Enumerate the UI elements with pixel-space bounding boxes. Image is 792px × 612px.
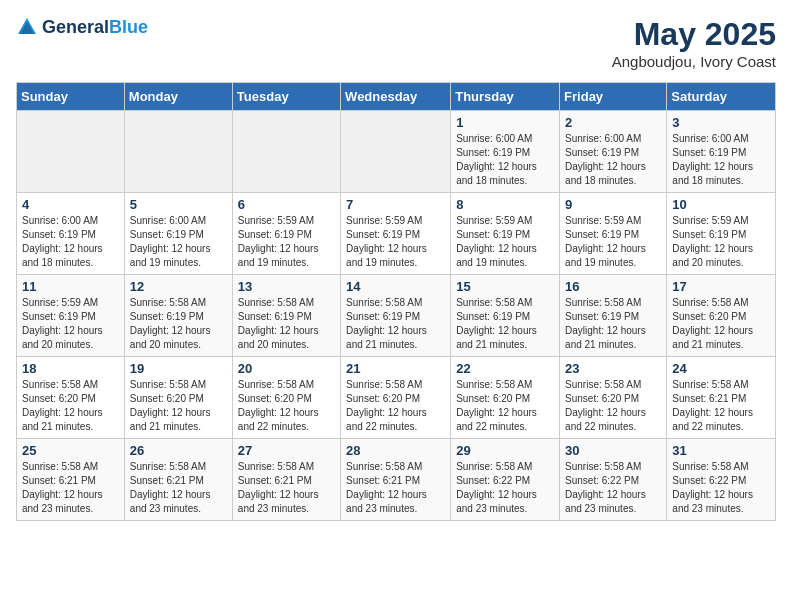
- day-number: 5: [130, 197, 227, 212]
- day-info: Sunrise: 5:58 AM Sunset: 6:21 PM Dayligh…: [672, 378, 770, 434]
- weekday-header-tuesday: Tuesday: [232, 83, 340, 111]
- day-info: Sunrise: 5:58 AM Sunset: 6:19 PM Dayligh…: [456, 296, 554, 352]
- table-row: [17, 111, 125, 193]
- weekday-header-saturday: Saturday: [667, 83, 776, 111]
- day-info: Sunrise: 5:59 AM Sunset: 6:19 PM Dayligh…: [346, 214, 445, 270]
- calendar-table: SundayMondayTuesdayWednesdayThursdayFrid…: [16, 82, 776, 521]
- day-number: 17: [672, 279, 770, 294]
- month-year-title: May 2025: [612, 16, 776, 53]
- day-info: Sunrise: 5:58 AM Sunset: 6:19 PM Dayligh…: [130, 296, 227, 352]
- table-row: 6Sunrise: 5:59 AM Sunset: 6:19 PM Daylig…: [232, 193, 340, 275]
- day-number: 14: [346, 279, 445, 294]
- day-info: Sunrise: 5:58 AM Sunset: 6:22 PM Dayligh…: [456, 460, 554, 516]
- day-number: 19: [130, 361, 227, 376]
- day-info: Sunrise: 6:00 AM Sunset: 6:19 PM Dayligh…: [130, 214, 227, 270]
- table-row: 11Sunrise: 5:59 AM Sunset: 6:19 PM Dayli…: [17, 275, 125, 357]
- day-number: 6: [238, 197, 335, 212]
- table-row: 27Sunrise: 5:58 AM Sunset: 6:21 PM Dayli…: [232, 439, 340, 521]
- day-number: 2: [565, 115, 661, 130]
- table-row: [232, 111, 340, 193]
- table-row: 2Sunrise: 6:00 AM Sunset: 6:19 PM Daylig…: [560, 111, 667, 193]
- day-info: Sunrise: 6:00 AM Sunset: 6:19 PM Dayligh…: [565, 132, 661, 188]
- table-row: [341, 111, 451, 193]
- table-row: 7Sunrise: 5:59 AM Sunset: 6:19 PM Daylig…: [341, 193, 451, 275]
- table-row: 21Sunrise: 5:58 AM Sunset: 6:20 PM Dayli…: [341, 357, 451, 439]
- calendar-week-4: 18Sunrise: 5:58 AM Sunset: 6:20 PM Dayli…: [17, 357, 776, 439]
- table-row: 10Sunrise: 5:59 AM Sunset: 6:19 PM Dayli…: [667, 193, 776, 275]
- table-row: 13Sunrise: 5:58 AM Sunset: 6:19 PM Dayli…: [232, 275, 340, 357]
- logo-blue: Blue: [109, 18, 148, 36]
- day-number: 16: [565, 279, 661, 294]
- day-info: Sunrise: 5:58 AM Sunset: 6:21 PM Dayligh…: [238, 460, 335, 516]
- day-number: 31: [672, 443, 770, 458]
- day-number: 27: [238, 443, 335, 458]
- calendar-week-1: 1Sunrise: 6:00 AM Sunset: 6:19 PM Daylig…: [17, 111, 776, 193]
- table-row: 23Sunrise: 5:58 AM Sunset: 6:20 PM Dayli…: [560, 357, 667, 439]
- day-info: Sunrise: 5:59 AM Sunset: 6:19 PM Dayligh…: [238, 214, 335, 270]
- day-info: Sunrise: 5:58 AM Sunset: 6:19 PM Dayligh…: [238, 296, 335, 352]
- day-info: Sunrise: 5:58 AM Sunset: 6:21 PM Dayligh…: [130, 460, 227, 516]
- day-info: Sunrise: 6:00 AM Sunset: 6:19 PM Dayligh…: [22, 214, 119, 270]
- calendar-week-2: 4Sunrise: 6:00 AM Sunset: 6:19 PM Daylig…: [17, 193, 776, 275]
- day-number: 11: [22, 279, 119, 294]
- table-row: 1Sunrise: 6:00 AM Sunset: 6:19 PM Daylig…: [451, 111, 560, 193]
- table-row: 19Sunrise: 5:58 AM Sunset: 6:20 PM Dayli…: [124, 357, 232, 439]
- day-info: Sunrise: 6:00 AM Sunset: 6:19 PM Dayligh…: [672, 132, 770, 188]
- day-number: 21: [346, 361, 445, 376]
- day-info: Sunrise: 5:58 AM Sunset: 6:20 PM Dayligh…: [565, 378, 661, 434]
- day-info: Sunrise: 5:59 AM Sunset: 6:19 PM Dayligh…: [672, 214, 770, 270]
- logo-general: General: [42, 18, 109, 36]
- table-row: 4Sunrise: 6:00 AM Sunset: 6:19 PM Daylig…: [17, 193, 125, 275]
- table-row: [124, 111, 232, 193]
- day-info: Sunrise: 5:59 AM Sunset: 6:19 PM Dayligh…: [456, 214, 554, 270]
- page-header: General Blue May 2025 Angboudjou, Ivory …: [16, 16, 776, 70]
- day-number: 29: [456, 443, 554, 458]
- day-info: Sunrise: 5:58 AM Sunset: 6:19 PM Dayligh…: [565, 296, 661, 352]
- table-row: 3Sunrise: 6:00 AM Sunset: 6:19 PM Daylig…: [667, 111, 776, 193]
- table-row: 31Sunrise: 5:58 AM Sunset: 6:22 PM Dayli…: [667, 439, 776, 521]
- day-number: 4: [22, 197, 119, 212]
- table-row: 29Sunrise: 5:58 AM Sunset: 6:22 PM Dayli…: [451, 439, 560, 521]
- weekday-header-wednesday: Wednesday: [341, 83, 451, 111]
- day-info: Sunrise: 5:58 AM Sunset: 6:20 PM Dayligh…: [346, 378, 445, 434]
- table-row: 12Sunrise: 5:58 AM Sunset: 6:19 PM Dayli…: [124, 275, 232, 357]
- day-number: 30: [565, 443, 661, 458]
- day-info: Sunrise: 5:58 AM Sunset: 6:21 PM Dayligh…: [346, 460, 445, 516]
- table-row: 28Sunrise: 5:58 AM Sunset: 6:21 PM Dayli…: [341, 439, 451, 521]
- logo-icon: [16, 16, 38, 38]
- day-number: 23: [565, 361, 661, 376]
- weekday-header-friday: Friday: [560, 83, 667, 111]
- weekday-header-row: SundayMondayTuesdayWednesdayThursdayFrid…: [17, 83, 776, 111]
- title-block: May 2025 Angboudjou, Ivory Coast: [612, 16, 776, 70]
- calendar-body: 1Sunrise: 6:00 AM Sunset: 6:19 PM Daylig…: [17, 111, 776, 521]
- table-row: 16Sunrise: 5:58 AM Sunset: 6:19 PM Dayli…: [560, 275, 667, 357]
- day-number: 28: [346, 443, 445, 458]
- day-number: 1: [456, 115, 554, 130]
- day-info: Sunrise: 5:58 AM Sunset: 6:19 PM Dayligh…: [346, 296, 445, 352]
- day-number: 15: [456, 279, 554, 294]
- day-number: 10: [672, 197, 770, 212]
- day-number: 22: [456, 361, 554, 376]
- calendar-week-3: 11Sunrise: 5:59 AM Sunset: 6:19 PM Dayli…: [17, 275, 776, 357]
- day-number: 9: [565, 197, 661, 212]
- day-info: Sunrise: 5:58 AM Sunset: 6:20 PM Dayligh…: [672, 296, 770, 352]
- day-number: 25: [22, 443, 119, 458]
- table-row: 5Sunrise: 6:00 AM Sunset: 6:19 PM Daylig…: [124, 193, 232, 275]
- weekday-header-sunday: Sunday: [17, 83, 125, 111]
- weekday-header-monday: Monday: [124, 83, 232, 111]
- day-info: Sunrise: 5:58 AM Sunset: 6:21 PM Dayligh…: [22, 460, 119, 516]
- day-info: Sunrise: 6:00 AM Sunset: 6:19 PM Dayligh…: [456, 132, 554, 188]
- calendar-week-5: 25Sunrise: 5:58 AM Sunset: 6:21 PM Dayli…: [17, 439, 776, 521]
- day-info: Sunrise: 5:58 AM Sunset: 6:20 PM Dayligh…: [456, 378, 554, 434]
- day-number: 18: [22, 361, 119, 376]
- day-info: Sunrise: 5:58 AM Sunset: 6:20 PM Dayligh…: [22, 378, 119, 434]
- table-row: 17Sunrise: 5:58 AM Sunset: 6:20 PM Dayli…: [667, 275, 776, 357]
- day-info: Sunrise: 5:58 AM Sunset: 6:20 PM Dayligh…: [238, 378, 335, 434]
- day-number: 24: [672, 361, 770, 376]
- day-info: Sunrise: 5:58 AM Sunset: 6:22 PM Dayligh…: [565, 460, 661, 516]
- calendar-header: SundayMondayTuesdayWednesdayThursdayFrid…: [17, 83, 776, 111]
- table-row: 24Sunrise: 5:58 AM Sunset: 6:21 PM Dayli…: [667, 357, 776, 439]
- table-row: 26Sunrise: 5:58 AM Sunset: 6:21 PM Dayli…: [124, 439, 232, 521]
- day-info: Sunrise: 5:59 AM Sunset: 6:19 PM Dayligh…: [565, 214, 661, 270]
- logo: General Blue: [16, 16, 148, 38]
